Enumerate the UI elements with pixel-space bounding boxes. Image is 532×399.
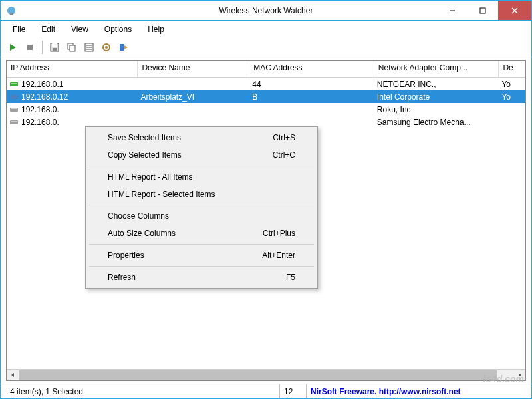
context-menu-item[interactable]: HTML Report - All Items (88, 168, 315, 186)
context-menu: Save Selected ItemsCtrl+SCopy Selected I… (85, 126, 318, 289)
svg-rect-21 (10, 82, 18, 86)
menu-help[interactable]: Help (141, 23, 171, 35)
app-icon (6, 5, 17, 16)
copy-icon (67, 43, 76, 52)
column-header-dev2[interactable]: De (499, 61, 525, 77)
minimize-icon (449, 7, 456, 14)
svg-marker-6 (10, 44, 16, 51)
column-header-device[interactable]: Device Name (138, 61, 249, 77)
context-menu-separator (89, 166, 314, 166)
cell-ip: 192.168.0. (7, 104, 138, 115)
context-menu-label: Choose Columns (108, 211, 169, 221)
cell-adapter: Intel Corporate (374, 92, 499, 102)
toolbar (1, 38, 531, 57)
cell-adapter: Samsung Electro Mecha... (374, 117, 499, 128)
exit-icon (119, 43, 128, 52)
copy-button[interactable] (64, 39, 80, 55)
cell-ip: 192.168.0.12 (7, 92, 138, 102)
svg-marker-30 (519, 373, 521, 377)
play-icon (9, 43, 17, 51)
context-menu-shortcut: Ctrl+C (273, 150, 295, 160)
svg-rect-28 (11, 121, 17, 122)
menu-edit[interactable]: Edit (35, 23, 62, 35)
maximize-button[interactable] (467, 1, 498, 20)
minimize-button[interactable] (437, 1, 467, 20)
column-headers: IP Address Device Name MAC Address Netwo… (7, 61, 525, 78)
context-menu-separator (89, 266, 314, 267)
svg-rect-23 (10, 95, 18, 99)
menu-options[interactable]: Options (98, 23, 138, 35)
context-menu-label: HTML Report - Selected Items (108, 190, 215, 199)
svg-rect-1 (10, 13, 13, 15)
menu-view[interactable]: View (65, 23, 95, 35)
menu-bar: File Edit View Options Help (1, 21, 531, 38)
cell-ip: 192.168.0.1 (7, 79, 138, 90)
options-button[interactable] (98, 39, 114, 55)
exit-button[interactable] (116, 39, 132, 55)
context-menu-item[interactable]: PropertiesAlt+Enter (88, 247, 315, 264)
stop-icon (26, 43, 34, 51)
svg-rect-10 (53, 48, 57, 51)
cell-device (138, 122, 249, 123)
context-menu-shortcut: Alt+Enter (262, 251, 295, 260)
svg-rect-24 (11, 96, 17, 96)
svg-rect-9 (52, 43, 57, 47)
context-menu-item[interactable]: RefreshF5 (88, 269, 315, 286)
context-menu-label: Auto Size Columns (108, 229, 176, 238)
title-bar[interactable]: Wireless Network Watcher (1, 1, 531, 21)
close-button[interactable] (498, 1, 531, 20)
context-menu-item[interactable]: Save Selected ItemsCtrl+S (88, 129, 315, 146)
properties-button[interactable] (81, 39, 97, 55)
horizontal-scrollbar[interactable] (7, 369, 525, 380)
column-header-ip[interactable]: IP Address (7, 61, 138, 77)
svg-rect-19 (120, 44, 124, 51)
table-row[interactable]: 192.168.0.144NETGEAR INC.,Yo (7, 78, 525, 90)
context-menu-item[interactable]: Choose Columns (88, 207, 315, 225)
context-menu-item[interactable]: HTML Report - Selected Items (88, 186, 315, 203)
save-icon (50, 43, 59, 52)
window-controls (437, 1, 531, 20)
svg-point-18 (105, 46, 108, 49)
svg-marker-20 (124, 45, 128, 49)
context-menu-shortcut: F5 (286, 273, 295, 282)
chevron-left-icon (10, 372, 15, 378)
stop-button[interactable] (22, 39, 38, 55)
cell-mac: 44 (249, 79, 374, 90)
play-button[interactable] (5, 39, 21, 55)
scrollbar-thumb[interactable] (19, 370, 497, 380)
cell-mac (249, 109, 374, 110)
menu-file[interactable]: File (6, 23, 32, 35)
cell-device (138, 109, 249, 110)
context-menu-separator (89, 244, 314, 245)
scroll-left-button[interactable] (7, 370, 18, 381)
svg-rect-3 (480, 8, 485, 13)
cell-dev2: Yo (499, 79, 525, 90)
context-menu-item[interactable]: Copy Selected ItemsCtrl+C (88, 146, 315, 164)
context-menu-item[interactable]: Auto Size ColumnsCtrl+Plus (88, 225, 315, 242)
cell-adapter: Roku, Inc (374, 104, 499, 115)
svg-rect-25 (10, 108, 18, 112)
window-title: Wireless Network Watcher (219, 6, 313, 15)
cell-mac: B (249, 92, 374, 102)
context-menu-shortcut: Ctrl+S (273, 133, 295, 142)
context-menu-label: Copy Selected Items (108, 150, 182, 160)
toolbar-separator (42, 41, 43, 54)
status-link[interactable]: NirSoft Freeware. http://www.nirsoft.net (311, 387, 461, 396)
device-icon (9, 118, 19, 127)
status-items: 4 item(s), 1 Selected (6, 384, 280, 398)
device-icon (9, 92, 19, 102)
context-menu-label: HTML Report - All Items (108, 172, 193, 182)
context-menu-label: Save Selected Items (108, 133, 181, 142)
scroll-right-button[interactable] (514, 370, 525, 381)
device-icon (9, 105, 19, 114)
column-header-mac[interactable]: MAC Address (249, 61, 374, 77)
table-row[interactable]: 192.168.0.12Arbeitsplatz_VIBIntel Corpor… (7, 90, 525, 103)
table-row[interactable]: 192.168.0.Roku, Inc (7, 103, 525, 116)
svg-marker-29 (11, 373, 14, 377)
column-header-adapter[interactable]: Network Adapter Comp... (374, 61, 499, 77)
save-button[interactable] (47, 39, 63, 55)
chevron-right-icon (517, 372, 523, 378)
cell-dev2 (499, 122, 525, 123)
context-menu-label: Refresh (108, 273, 136, 282)
svg-rect-22 (11, 83, 17, 84)
